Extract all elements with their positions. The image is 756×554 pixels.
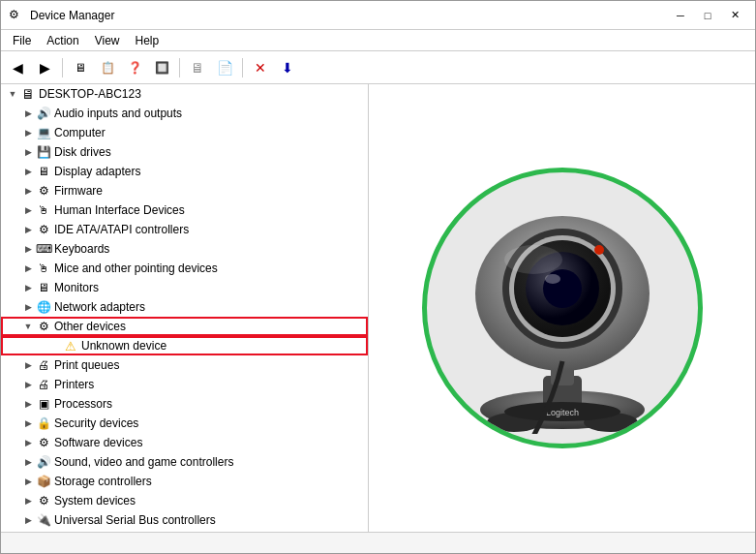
- tree-panel: ▼ 🖥 DESKTOP-ABC123 ▶ 🔊 Audio inputs and …: [1, 84, 369, 532]
- toolbar-computer[interactable]: 🖥: [68, 55, 93, 80]
- tree-item-storage[interactable]: ▶ 📦 Storage controllers: [1, 472, 368, 491]
- main-content: ▼ 🖥 DESKTOP-ABC123 ▶ 🔊 Audio inputs and …: [1, 84, 755, 532]
- hid-expand-icon: ▶: [20, 202, 36, 218]
- tree-root[interactable]: ▼ 🖥 DESKTOP-ABC123: [1, 84, 368, 104]
- toolbar-help[interactable]: ❓: [122, 55, 147, 80]
- minimize-button[interactable]: ─: [668, 6, 693, 25]
- tree-item-sound[interactable]: ▶ 🔊 Sound, video and game controllers: [1, 452, 368, 472]
- tree-item-network[interactable]: ▶ 🌐 Network adapters: [1, 297, 368, 317]
- mice-label: Mice and other pointing devices: [54, 262, 218, 275]
- monitors-icon: 🖥: [36, 280, 51, 295]
- processors-label: Processors: [54, 397, 112, 411]
- tree-item-disk[interactable]: ▶ 💾 Disk drives: [1, 142, 368, 162]
- firmware-expand-icon: ▶: [20, 183, 36, 199]
- display-icon: 🖥: [36, 164, 51, 179]
- title-bar: ⚙ Device Manager ─ □ ✕: [1, 1, 755, 30]
- unknown-label: Unknown device: [81, 339, 166, 353]
- maximize-button[interactable]: □: [695, 6, 720, 25]
- monitors-expand-icon: ▶: [20, 280, 36, 295]
- hid-icon: 🖱: [36, 202, 51, 218]
- sound-expand-icon: ▶: [20, 454, 36, 470]
- system-expand-icon: ▶: [20, 493, 36, 508]
- tree-item-mice[interactable]: ▶ 🖱 Mice and other pointing devices: [1, 259, 368, 278]
- other-label: Other devices: [54, 320, 126, 333]
- toolbar-back[interactable]: ◀: [5, 55, 30, 80]
- tree-item-software[interactable]: ▶ ⚙ Software devices: [1, 433, 368, 452]
- toolbar-scan[interactable]: 🖥: [185, 55, 210, 80]
- menu-bar: File Action View Help: [1, 30, 755, 51]
- tree-item-system[interactable]: ▶ ⚙ System devices: [1, 491, 368, 510]
- toolbar-sep-2: [179, 58, 180, 77]
- sound-label: Sound, video and game controllers: [54, 455, 233, 469]
- tree-item-processors[interactable]: ▶ ▣ Processors: [1, 394, 368, 414]
- close-button[interactable]: ✕: [722, 6, 747, 25]
- ide-label: IDE ATA/ATAPI controllers: [54, 223, 189, 236]
- tree-item-monitors[interactable]: ▶ 🖥 Monitors: [1, 278, 368, 297]
- tree-item-ide[interactable]: ▶ ⚙ IDE ATA/ATAPI controllers: [1, 220, 368, 239]
- storage-expand-icon: ▶: [20, 474, 36, 489]
- menu-file[interactable]: File: [5, 32, 39, 49]
- tree-item-firmware[interactable]: ▶ ⚙ Firmware: [1, 181, 368, 200]
- menu-help[interactable]: Help: [128, 32, 167, 49]
- toolbar-uninstall[interactable]: ✕: [248, 55, 273, 80]
- toolbar-sep-3: [242, 58, 243, 77]
- tree-item-other[interactable]: ▼ ⚙ Other devices: [1, 317, 368, 336]
- audio-label: Audio inputs and outputs: [54, 107, 182, 120]
- network-icon: 🌐: [36, 299, 51, 315]
- root-icon: 🖥: [20, 86, 36, 102]
- device-manager-window: ⚙ Device Manager ─ □ ✕ File Action View …: [0, 0, 756, 554]
- webcam-circle: Logitech: [422, 168, 703, 448]
- sound-icon: 🔊: [36, 454, 51, 470]
- computer-icon: 💻: [36, 125, 51, 140]
- computer-label: Computer: [54, 126, 106, 139]
- security-expand-icon: ▶: [20, 416, 36, 431]
- root-label: DESKTOP-ABC123: [39, 87, 141, 101]
- svg-point-15: [504, 245, 562, 274]
- tree-item-print-queues[interactable]: ▶ 🖨 Print queues: [1, 355, 368, 375]
- menu-view[interactable]: View: [87, 32, 128, 49]
- system-label: System devices: [54, 494, 136, 508]
- svg-point-12: [594, 245, 604, 255]
- tree-item-security[interactable]: ▶ 🔒 Security devices: [1, 414, 368, 433]
- software-expand-icon: ▶: [20, 435, 36, 450]
- svg-point-11: [545, 274, 560, 284]
- printers-expand-icon: ▶: [20, 377, 36, 392]
- toolbar-forward[interactable]: ▶: [32, 55, 57, 80]
- disk-expand-icon: ▶: [20, 144, 36, 160]
- tree-item-usb[interactable]: ▶ 🔌 Universal Serial Bus controllers: [1, 510, 368, 530]
- firmware-icon: ⚙: [36, 183, 51, 199]
- toolbar-update[interactable]: 📄: [212, 55, 237, 80]
- root-expand-icon: ▼: [5, 86, 20, 102]
- software-icon: ⚙: [36, 435, 51, 450]
- security-icon: 🔒: [36, 416, 51, 431]
- security-label: Security devices: [54, 416, 138, 430]
- toolbar-action[interactable]: ⬇: [275, 55, 300, 80]
- software-label: Software devices: [54, 436, 142, 449]
- tree-item-keyboards[interactable]: ▶ ⌨ Keyboards: [1, 239, 368, 259]
- toolbar-search[interactable]: 🔲: [149, 55, 174, 80]
- printq-label: Print queues: [54, 358, 119, 372]
- usb-label: Universal Serial Bus controllers: [54, 513, 216, 527]
- storage-icon: 📦: [36, 474, 51, 489]
- tree-item-unknown[interactable]: ▶ ⚠ Unknown device: [1, 336, 368, 355]
- tree-item-audio[interactable]: ▶ 🔊 Audio inputs and outputs: [1, 104, 368, 123]
- keyboards-expand-icon: ▶: [20, 241, 36, 257]
- usb-icon: 🔌: [36, 512, 51, 528]
- usb-expand-icon: ▶: [20, 512, 36, 528]
- svg-text:Logitech: Logitech: [545, 408, 578, 417]
- tree-item-computer[interactable]: ▶ 💻 Computer: [1, 123, 368, 142]
- other-expand-icon: ▼: [20, 319, 36, 334]
- monitors-label: Monitors: [54, 281, 99, 294]
- processors-icon: ▣: [36, 396, 51, 412]
- keyboards-label: Keyboards: [54, 242, 109, 256]
- right-panel: Logitech: [369, 84, 755, 532]
- menu-action[interactable]: Action: [39, 32, 86, 49]
- tree-item-display[interactable]: ▶ 🖥 Display adapters: [1, 162, 368, 181]
- mice-expand-icon: ▶: [20, 261, 36, 276]
- printq-icon: 🖨: [36, 357, 51, 373]
- toolbar-properties[interactable]: 📋: [95, 55, 120, 80]
- tree-item-printers[interactable]: ▶ 🖨 Printers: [1, 375, 368, 394]
- tree-item-hid[interactable]: ▶ 🖱 Human Interface Devices: [1, 200, 368, 220]
- webcam-image: Logitech: [437, 182, 688, 434]
- display-label: Display adapters: [54, 165, 140, 178]
